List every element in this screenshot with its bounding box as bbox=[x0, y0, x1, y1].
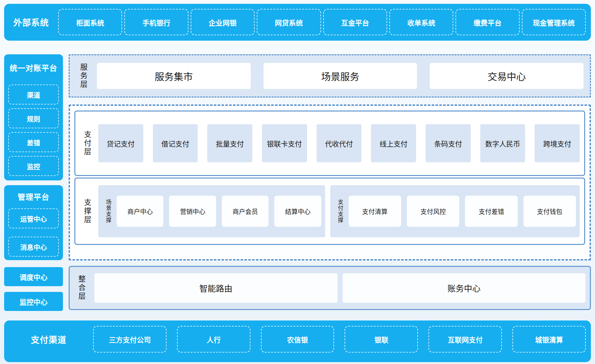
external-systems-title: 外部系统 bbox=[4, 9, 58, 35]
integration-layer-label: 整合层 bbox=[74, 275, 89, 301]
payment-channel-item: 人行 bbox=[177, 326, 250, 353]
payment-channel-item: 城银清算 bbox=[512, 326, 586, 353]
support-layer-label: 支撑层 bbox=[80, 179, 94, 244]
service-layer-label: 服务层 bbox=[76, 63, 91, 89]
dispatch-center-block: 调度中心 bbox=[4, 267, 63, 286]
reconciliation-item: 规则 bbox=[8, 108, 59, 128]
management-platform-title: 管理平台 bbox=[8, 185, 59, 208]
payment-support-item: 支付差错 bbox=[465, 196, 517, 227]
scene-support-group: 场景支撑 商户中心营销中心商户会员结算中心 bbox=[98, 185, 325, 237]
external-system-item: 现金管理系统 bbox=[522, 9, 586, 35]
main-region: 统一对账平台 渠道规则差错监控 管理平台 运管中心消息中心 调度中心 监控中心 … bbox=[4, 54, 591, 312]
payment-layer-item: 跨境支付 bbox=[535, 124, 580, 162]
external-system-item: 手机银行 bbox=[124, 9, 188, 35]
external-systems-bar: 外部系统 柜面系统手机银行企业网银网贷系统互金平台收单系统缴费平台现金管理系统 bbox=[4, 4, 591, 41]
scene-support-item: 结算中心 bbox=[274, 196, 321, 227]
payment-support-items: 支付清算支付风控支付差错支付钱包 bbox=[349, 185, 576, 237]
payment-layer-item: 银联卡支付 bbox=[262, 124, 307, 162]
external-system-item: 网贷系统 bbox=[257, 9, 321, 35]
scene-support-items: 商户中心营销中心商户会员结算中心 bbox=[117, 185, 321, 237]
payment-support-group: 支付支撑 支付清算支付风控支付差错支付钱包 bbox=[330, 185, 580, 237]
payment-channel-item: 银联 bbox=[345, 326, 418, 353]
reconciliation-platform-title: 统一对账平台 bbox=[8, 54, 59, 84]
payment-channels-items: 三方支付公司人行农信银银联互联网支付城银清算 bbox=[93, 326, 586, 353]
management-platform-block: 管理平台 运管中心消息中心 bbox=[4, 185, 63, 260]
payment-layer-item: 数字人民币 bbox=[480, 124, 525, 162]
support-layer: 支撑层 场景支撑 商户中心营销中心商户会员结算中心 支付支撑 支付清算支付风控支… bbox=[74, 178, 585, 245]
payment-layer-item: 批量支付 bbox=[207, 124, 252, 162]
service-layer-item: 服务集市 bbox=[97, 63, 251, 89]
reconciliation-items: 渠道规则差错监控 bbox=[8, 84, 59, 176]
reconciliation-platform-block: 统一对账平台 渠道规则差错监控 bbox=[4, 54, 63, 180]
monitor-center-block: 监控中心 bbox=[4, 292, 63, 311]
external-system-item: 收单系统 bbox=[389, 9, 453, 35]
scene-support-item: 商户中心 bbox=[117, 196, 163, 227]
payment-channel-item: 互联网支付 bbox=[428, 326, 502, 353]
payment-layer-item: 条码支付 bbox=[426, 124, 471, 162]
external-systems-items: 柜面系统手机银行企业网银网贷系统互金平台收单系统缴费平台现金管理系统 bbox=[58, 9, 586, 35]
integration-layer-item: 智能路由 bbox=[94, 273, 338, 303]
management-items: 运管中心消息中心 bbox=[8, 208, 59, 257]
payment-layer-item: 代收代付 bbox=[317, 124, 362, 162]
payment-layer-item: 线上支付 bbox=[371, 124, 416, 162]
external-system-item: 柜面系统 bbox=[58, 9, 122, 35]
integration-layer-item: 账务中心 bbox=[343, 273, 586, 303]
payment-channels-title: 支付渠道 bbox=[4, 326, 93, 353]
payment-layer: 支付层 贷记支付借记支付批量支付银联卡支付代收代付线上支付条码支付数字人民币跨境… bbox=[74, 111, 585, 176]
payment-support-item: 支付清算 bbox=[349, 196, 401, 227]
layers-column: 服务层 服务集市场景服务交易中心 支付层 贷记支付借记支付批量支付银联卡支付代收… bbox=[69, 54, 591, 312]
external-system-item: 互金平台 bbox=[323, 9, 387, 35]
payment-layer-items: 贷记支付借记支付批量支付银联卡支付代收代付线上支付条码支付数字人民币跨境支付 bbox=[98, 111, 580, 175]
payment-layer-item: 贷记支付 bbox=[98, 124, 143, 162]
reconciliation-item: 差错 bbox=[8, 132, 59, 152]
support-layer-groups: 场景支撑 商户中心营销中心商户会员结算中心 支付支撑 支付清算支付风控支付差错支… bbox=[98, 179, 580, 244]
core-layers-container: 支付层 贷记支付借记支付批量支付银联卡支付代收代付线上支付条码支付数字人民币跨境… bbox=[69, 104, 591, 260]
management-item: 消息中心 bbox=[8, 237, 59, 257]
reconciliation-item: 渠道 bbox=[8, 84, 59, 104]
payment-channel-item: 农信银 bbox=[261, 326, 334, 353]
service-layer-item: 交易中心 bbox=[430, 63, 584, 89]
payment-platform-architecture-diagram: 外部系统 柜面系统手机银行企业网银网贷系统互金平台收单系统缴费平台现金管理系统 … bbox=[0, 0, 595, 364]
scene-support-item: 营销中心 bbox=[169, 196, 216, 227]
payment-layer-item: 借记支付 bbox=[153, 124, 198, 162]
payment-support-item: 支付风控 bbox=[407, 196, 459, 227]
management-item: 运管中心 bbox=[8, 208, 59, 228]
reconciliation-item: 监控 bbox=[8, 156, 59, 176]
integration-layer-items: 智能路由账务中心 bbox=[94, 273, 585, 303]
payment-support-item: 支付钱包 bbox=[523, 196, 576, 227]
payment-support-label: 支付支撑 bbox=[335, 185, 345, 237]
payment-channels-bar: 支付渠道 三方支付公司人行农信银银联互联网支付城银清算 bbox=[4, 320, 591, 362]
external-system-item: 缴费平台 bbox=[455, 9, 519, 35]
external-system-item: 企业网银 bbox=[191, 9, 255, 35]
scene-support-item: 商户会员 bbox=[222, 196, 269, 227]
left-sidebar: 统一对账平台 渠道规则差错监控 管理平台 运管中心消息中心 调度中心 监控中心 bbox=[4, 54, 63, 312]
integration-layer: 整合层 智能路由账务中心 bbox=[69, 266, 591, 310]
service-layer-item: 场景服务 bbox=[263, 63, 417, 89]
scene-support-label: 场景支撑 bbox=[103, 185, 113, 237]
payment-channel-item: 三方支付公司 bbox=[93, 326, 167, 353]
payment-layer-label: 支付层 bbox=[80, 111, 94, 175]
service-layer: 服务层 服务集市场景服务交易中心 bbox=[69, 54, 591, 98]
service-layer-items: 服务集市场景服务交易中心 bbox=[97, 63, 584, 89]
